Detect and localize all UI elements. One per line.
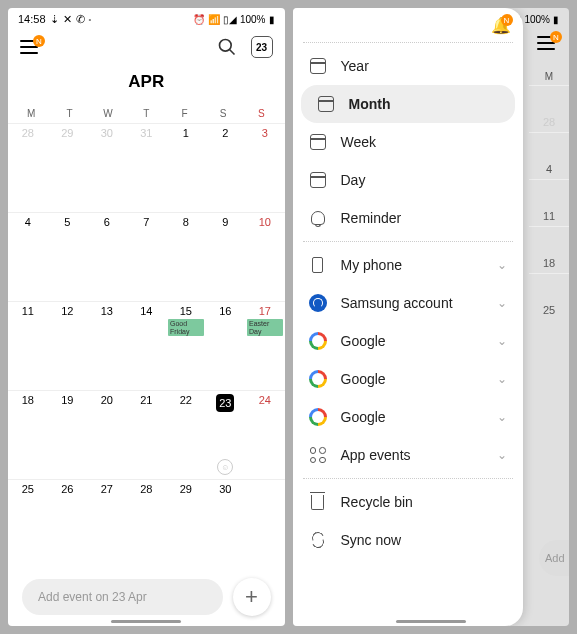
day-cell[interactable]: 28: [127, 480, 167, 568]
day-cell[interactable]: 23☺: [206, 391, 246, 479]
day-cell[interactable]: 16: [206, 302, 246, 390]
chevron-down-icon[interactable]: ⌄: [497, 372, 507, 386]
more-icon: •: [89, 15, 92, 24]
menu-item-sync-now[interactable]: Sync now: [293, 521, 523, 559]
day-peek: 25: [529, 273, 569, 320]
day-cell[interactable]: 5: [48, 213, 88, 301]
menu-item-samsung-account[interactable]: Samsung account⌄: [293, 284, 523, 322]
account-switch-icon[interactable]: 🔔N: [491, 16, 511, 36]
event-chip[interactable]: Good Friday: [168, 319, 204, 336]
day-cell[interactable]: 21: [127, 391, 167, 479]
battery-text: 100%: [240, 14, 266, 25]
menu-item-reminder[interactable]: Reminder: [293, 199, 523, 237]
day-cell[interactable]: 13: [87, 302, 127, 390]
day-number: 9: [222, 216, 228, 228]
day-cell[interactable]: 14: [127, 302, 167, 390]
weekday: S: [204, 104, 242, 123]
google-icon: [309, 408, 327, 426]
status-bar: 14:58 ⇣ ✕ ✆ • ⏰ 📶 ▯◢ 100% ▮: [8, 8, 285, 30]
bell-icon: [309, 209, 327, 227]
day-cell[interactable]: 10: [245, 213, 285, 301]
menu-item-my-phone[interactable]: My phone⌄: [293, 246, 523, 284]
menu-item-year[interactable]: Year: [293, 47, 523, 85]
day-peek: 11: [529, 179, 569, 226]
chevron-down-icon[interactable]: ⌄: [497, 448, 507, 462]
day-cell[interactable]: 7: [127, 213, 167, 301]
chevron-down-icon[interactable]: ⌄: [497, 410, 507, 424]
menu-item-day[interactable]: Day: [293, 161, 523, 199]
day-cell[interactable]: 18: [8, 391, 48, 479]
menu-icon[interactable]: N: [20, 38, 42, 56]
menu-item-google[interactable]: Google⌄: [293, 360, 523, 398]
day-number: 8: [183, 216, 189, 228]
day-cell[interactable]: 24: [245, 391, 285, 479]
day-number: 1: [183, 127, 189, 139]
menu-label: My phone: [341, 257, 402, 273]
day-cell[interactable]: 1: [166, 124, 206, 212]
day-cell[interactable]: 3: [245, 124, 285, 212]
day-cell[interactable]: 22: [166, 391, 206, 479]
menu-item-recycle-bin[interactable]: Recycle bin: [293, 483, 523, 521]
day-number: 22: [180, 394, 192, 406]
day-cell[interactable]: 9: [206, 213, 246, 301]
day-cell[interactable]: 27: [87, 480, 127, 568]
day-cell[interactable]: 26: [48, 480, 88, 568]
day-cell[interactable]: 31: [127, 124, 167, 212]
google-icon: [309, 370, 327, 388]
day-cell[interactable]: 19: [48, 391, 88, 479]
day-cell[interactable]: 4: [8, 213, 48, 301]
chevron-down-icon[interactable]: ⌄: [497, 258, 507, 272]
event-chip[interactable]: Easter Day: [247, 319, 283, 336]
day-number: 31: [140, 127, 152, 139]
day-cell[interactable]: 17Easter Day: [245, 302, 285, 390]
today-button[interactable]: 23: [251, 36, 273, 58]
badge-icon: N: [501, 14, 513, 26]
chevron-down-icon[interactable]: ⌄: [497, 334, 507, 348]
calendar-icon: [309, 133, 327, 151]
day-cell[interactable]: 25: [8, 480, 48, 568]
day-number: 30: [219, 483, 231, 495]
home-indicator[interactable]: [396, 620, 466, 623]
day-cell[interactable]: 8: [166, 213, 206, 301]
day-cell[interactable]: [245, 480, 285, 568]
add-event-peek[interactable]: Add: [539, 540, 569, 576]
day-cell[interactable]: 12: [48, 302, 88, 390]
add-event-input[interactable]: Add event on 23 Apr: [22, 579, 223, 615]
menu-label: Google: [341, 371, 386, 387]
sticker-icon[interactable]: ☺: [217, 459, 233, 475]
day-number: 3: [262, 127, 268, 139]
day-cell[interactable]: 6: [87, 213, 127, 301]
day-number: 11: [22, 305, 34, 317]
menu-item-google[interactable]: Google⌄: [293, 398, 523, 436]
day-cell[interactable]: 29: [166, 480, 206, 568]
google-icon: [309, 332, 327, 350]
menu-item-month[interactable]: Month: [301, 85, 515, 123]
notif-icon: ⇣: [50, 13, 59, 26]
search-icon[interactable]: [217, 37, 237, 57]
day-cell[interactable]: 28: [8, 124, 48, 212]
day-cell[interactable]: 11: [8, 302, 48, 390]
home-indicator[interactable]: [111, 620, 181, 623]
badge-icon: N: [33, 35, 45, 47]
menu-item-app-events[interactable]: App events⌄: [293, 436, 523, 474]
day-cell[interactable]: 29: [48, 124, 88, 212]
calendar-peek: M284111825: [529, 68, 569, 320]
menu-item-google[interactable]: Google⌄: [293, 322, 523, 360]
day-number: 18: [22, 394, 34, 406]
battery-icon: ▮: [553, 14, 559, 25]
day-cell[interactable]: 30: [206, 480, 246, 568]
day-number: 16: [219, 305, 231, 317]
menu-item-week[interactable]: Week: [293, 123, 523, 161]
day-cell[interactable]: 30: [87, 124, 127, 212]
chevron-down-icon[interactable]: ⌄: [497, 296, 507, 310]
day-cell[interactable]: 15Good Friday: [166, 302, 206, 390]
menu-icon[interactable]: N: [537, 34, 559, 52]
day-number: 23: [216, 394, 234, 412]
day-cell[interactable]: 20: [87, 391, 127, 479]
calendar-grid[interactable]: 28293031123456789101112131415Good Friday…: [8, 123, 285, 568]
month-title[interactable]: APR: [8, 64, 285, 104]
add-button[interactable]: +: [233, 578, 271, 616]
day-cell[interactable]: 2: [206, 124, 246, 212]
day-number: 19: [61, 394, 73, 406]
weekday: W: [89, 104, 127, 123]
